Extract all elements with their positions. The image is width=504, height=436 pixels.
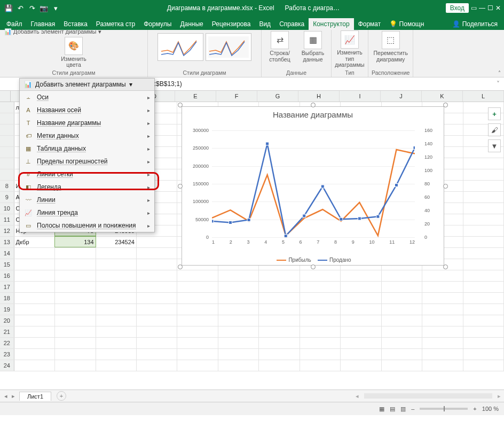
cell[interactable] <box>137 338 177 348</box>
cell[interactable] <box>96 349 137 360</box>
cell[interactable] <box>177 304 218 315</box>
cell[interactable] <box>137 270 177 281</box>
row-header[interactable] <box>0 158 14 169</box>
menu-item[interactable]: ⫠Оси▸ <box>20 91 154 104</box>
cell[interactable] <box>14 360 55 371</box>
table-row[interactable]: 23 <box>0 349 504 360</box>
cell[interactable] <box>463 315 504 326</box>
row-header[interactable]: 11 <box>0 214 14 225</box>
table-row[interactable]: 20 <box>0 315 504 326</box>
cell[interactable] <box>55 315 96 326</box>
cell[interactable] <box>341 338 381 348</box>
table-row[interactable]: 17 <box>0 282 504 293</box>
cell[interactable] <box>14 349 55 360</box>
menu-item[interactable]: 🏷Метки данных▸ <box>20 129 154 142</box>
cell[interactable] <box>422 349 463 360</box>
cell[interactable] <box>259 315 300 326</box>
redo-icon[interactable]: ↷ <box>27 3 37 13</box>
cell[interactable] <box>463 338 504 348</box>
cell[interactable] <box>55 326 96 337</box>
cell[interactable] <box>55 304 96 315</box>
cell[interactable] <box>341 304 381 315</box>
col-header[interactable]: K <box>422 91 463 102</box>
row-header[interactable]: 21 <box>0 326 14 337</box>
select-all-corner[interactable] <box>0 91 11 102</box>
tab-Формат[interactable]: Формат <box>354 18 385 30</box>
cell[interactable] <box>177 326 218 337</box>
switch-row-column-button[interactable]: ⇄Строка/столбец <box>265 31 295 63</box>
chart-filters-button[interactable]: ▼ <box>488 139 501 152</box>
cell[interactable] <box>177 349 218 360</box>
cell[interactable] <box>300 360 341 371</box>
row-header[interactable]: 16 <box>0 270 14 281</box>
col-header[interactable]: L <box>463 91 504 102</box>
cell[interactable] <box>382 326 422 337</box>
tab-Формулы[interactable]: Формулы <box>139 18 176 30</box>
cell[interactable] <box>463 225 504 236</box>
cell[interactable] <box>463 293 504 303</box>
cell[interactable] <box>341 349 381 360</box>
plot-area[interactable] <box>212 130 415 237</box>
zoom-out-icon[interactable]: – <box>411 406 414 412</box>
cell[interactable] <box>463 169 504 180</box>
cell[interactable] <box>55 248 96 259</box>
row-header[interactable] <box>0 136 14 146</box>
cell[interactable] <box>463 192 504 203</box>
menu-item[interactable]: ▭Полосы повышения и понижения▸ <box>20 219 154 232</box>
row-header[interactable]: 9 <box>0 192 14 203</box>
hscrollbar[interactable] <box>364 393 492 399</box>
prev-sheet-icon[interactable]: ◂ <box>0 393 12 400</box>
cell[interactable] <box>218 293 259 303</box>
cell[interactable] <box>96 259 137 270</box>
cell[interactable] <box>218 360 259 371</box>
formula-expand-icon[interactable]: ˅ <box>492 80 504 88</box>
chart-styles-button[interactable]: 🖌 <box>488 123 501 136</box>
cell[interactable] <box>137 237 177 247</box>
row-header[interactable]: 17 <box>0 282 14 292</box>
cell[interactable] <box>300 270 341 281</box>
cell[interactable] <box>96 270 137 281</box>
qat-dropdown-icon[interactable]: ▾ <box>50 3 61 13</box>
table-row[interactable]: 21 <box>0 326 504 338</box>
cell[interactable] <box>96 282 137 292</box>
cell[interactable] <box>382 360 422 371</box>
cell[interactable] <box>137 293 177 303</box>
cell[interactable] <box>14 326 55 337</box>
cell[interactable]: 134 <box>54 236 96 247</box>
cell[interactable] <box>137 248 177 259</box>
chart-styles-gallery[interactable] <box>156 31 253 63</box>
minimize-icon[interactable]: — <box>479 4 485 12</box>
share-button[interactable]: 👤 Поделиться <box>448 18 502 30</box>
cell[interactable] <box>137 259 177 270</box>
cell[interactable] <box>422 360 463 371</box>
cell[interactable] <box>55 349 96 360</box>
cell[interactable] <box>14 282 55 292</box>
col-header[interactable]: H <box>298 91 340 102</box>
cell[interactable] <box>55 338 96 348</box>
cell[interactable] <box>137 315 177 326</box>
zoom-slider[interactable] <box>420 408 468 410</box>
cell[interactable] <box>300 304 341 315</box>
cell[interactable] <box>177 270 218 281</box>
cell[interactable] <box>218 270 259 281</box>
tab-Данные[interactable]: Данные <box>176 18 207 30</box>
tab-Рецензирова[interactable]: Рецензирова <box>208 18 255 30</box>
cell[interactable] <box>177 315 218 326</box>
cell[interactable] <box>463 259 504 270</box>
cell[interactable] <box>463 237 504 247</box>
table-row[interactable]: 19 <box>0 304 504 315</box>
cell[interactable] <box>137 282 177 292</box>
row-header[interactable] <box>0 124 14 135</box>
ribbon-options-icon[interactable]: ▭ <box>471 4 477 12</box>
cell[interactable] <box>14 259 55 270</box>
cell[interactable] <box>96 315 137 326</box>
chart-elements-button[interactable]: + <box>488 107 501 120</box>
row-header[interactable]: 22 <box>0 338 14 348</box>
view-layout-icon[interactable]: ▤ <box>390 406 395 412</box>
cell[interactable] <box>382 304 422 315</box>
cell[interactable] <box>259 360 300 371</box>
cell[interactable] <box>96 304 137 315</box>
menu-item[interactable]: 〰Линии▸ <box>20 193 154 206</box>
view-normal-icon[interactable]: ▦ <box>379 406 384 412</box>
change-chart-type-button[interactable]: 📈Изменить тип диаграммы <box>335 30 365 68</box>
